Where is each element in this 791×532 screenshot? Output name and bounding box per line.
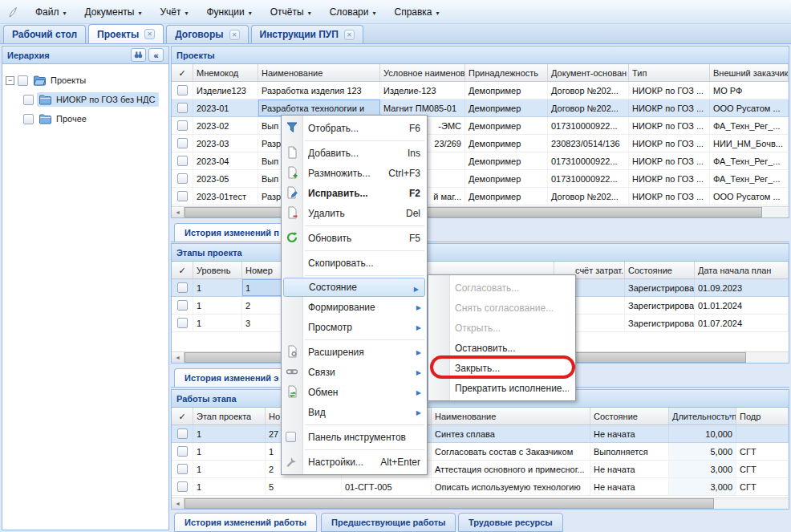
menu-accounting[interactable]: Учёт	[152, 2, 198, 22]
horizontal-scrollbar[interactable]	[172, 497, 789, 509]
menu-item-view[interactable]: Вид	[282, 402, 427, 422]
menu-file[interactable]: Файл	[27, 2, 77, 22]
row-checkbox[interactable]	[172, 279, 193, 296]
menu-item-delete[interactable]: УдалитьDel	[282, 203, 427, 223]
col-level[interactable]: Уровень	[193, 262, 242, 278]
tab-history-work[interactable]: История изменений работы	[174, 513, 317, 532]
select-column-header[interactable]: ✓	[172, 408, 193, 424]
row-checkbox[interactable]	[172, 99, 193, 116]
table-row[interactable]: 2023-02 Вып -ЭМС Демопример 017310000922…	[172, 117, 789, 135]
menu-item-edit[interactable]: Исправить...F2	[282, 183, 427, 203]
tab-label: Проекты	[97, 29, 139, 40]
col-belonging[interactable]: Принадлежность	[465, 64, 548, 81]
table-row[interactable]: 1 5 01-СГТ-005 Описать используемую техн…	[172, 478, 789, 496]
col-customer[interactable]: Внешний заказчик	[710, 64, 789, 81]
col-name[interactable]: Наименование	[258, 64, 380, 81]
tab-desktop[interactable]: Рабочий стол	[3, 25, 86, 43]
col-state[interactable]: Состояние	[625, 262, 695, 278]
submenu-item-terminate[interactable]: Прекратить исполнение...	[428, 378, 575, 398]
col-mnemokod[interactable]: Мнемокод	[193, 64, 258, 81]
menu-dictionaries[interactable]: Словари	[322, 2, 387, 22]
tree-checkbox[interactable]	[23, 114, 34, 124]
tree-node-label: НИОКР по ГОЗ без НДС	[56, 95, 155, 104]
menu-item-extensions[interactable]: Расширения	[282, 342, 427, 362]
tree-node-projects[interactable]: Проекты	[6, 71, 165, 90]
row-checkbox[interactable]	[172, 315, 193, 331]
tree-checkbox[interactable]	[23, 95, 34, 105]
col-cond-name[interactable]: Условное наименова	[380, 64, 465, 81]
tree-checkbox[interactable]	[18, 75, 28, 86]
col-department[interactable]: Подр	[736, 408, 789, 424]
col-type[interactable]: Тип	[629, 64, 710, 81]
tab-projects[interactable]: Проекты	[88, 24, 164, 43]
table-row[interactable]: 2023-05 Вып Демопример 017310000922... Н…	[172, 170, 789, 188]
select-column-header[interactable]: ✓	[172, 64, 193, 81]
close-icon[interactable]	[144, 29, 155, 39]
row-checkbox[interactable]	[172, 425, 193, 442]
menu-item-toolbar[interactable]: Панель инструментов	[282, 427, 427, 447]
collapse-sidebar-icon[interactable]	[148, 48, 164, 62]
menu-item-links[interactable]: Связи	[282, 362, 427, 382]
table-row[interactable]: 2023-03 Разр 23/269 Демопример 230823/05…	[172, 135, 789, 152]
tree-node-other[interactable]: Прочее	[6, 109, 165, 128]
col-project-stage[interactable]: Этап проекта	[193, 408, 266, 424]
scrollbar-thumb[interactable]	[185, 498, 714, 509]
menu-item-exchange[interactable]: Обмен	[282, 382, 427, 402]
col-duration-plan[interactable]: Длительность план	[669, 408, 736, 424]
row-checkbox[interactable]	[172, 117, 193, 134]
application-window: Файл Документы Учёт Функции Отчёты Слова…	[0, 0, 791, 532]
row-checkbox[interactable]	[172, 152, 193, 169]
menu-item-add[interactable]: Добавить...Ins	[282, 143, 427, 163]
tab-contracts[interactable]: Договоры	[166, 25, 248, 43]
cell: 1	[193, 279, 242, 296]
row-checkbox[interactable]	[172, 82, 193, 99]
col-start-date[interactable]: Дата начала план	[695, 262, 789, 278]
col-name[interactable]: Наименование	[432, 408, 590, 424]
table-row[interactable]: 2023-01тест Разр й маг... Демопример Дог…	[172, 188, 789, 205]
table-row[interactable]: Изделие123 Разработка изделия 123 Издели…	[172, 82, 789, 99]
row-checkbox[interactable]	[172, 297, 193, 314]
close-icon[interactable]	[344, 30, 355, 40]
menu-item-view-mode[interactable]: Просмотр	[282, 317, 427, 337]
scrollbar-thumb[interactable]	[185, 207, 762, 217]
col-state[interactable]: Состояние	[590, 408, 669, 424]
row-checkbox[interactable]	[172, 170, 193, 187]
col-document[interactable]: Документ-основан	[548, 64, 629, 81]
menu-item-refresh[interactable]: ОбновитьF5	[282, 228, 427, 248]
tree-expander-icon[interactable]	[6, 76, 14, 85]
table-row[interactable]: 1 2 Аттестация основного и примесног... …	[172, 461, 789, 478]
row-checkbox[interactable]	[172, 478, 193, 495]
tree-node-label: Проекты	[51, 75, 86, 85]
cell: 2023-04	[193, 152, 258, 169]
tab-preceding-works[interactable]: Предшествующие работы	[321, 513, 456, 532]
tab-instructions[interactable]: Инструкции ПУП	[251, 25, 363, 43]
menu-item-settings[interactable]: Настройки...Alt+Enter	[282, 452, 427, 472]
table-row-selected[interactable]: 2023-01 Разработка технологии и Магнит П…	[172, 99, 789, 117]
menu-item-formation[interactable]: Формирование	[282, 297, 427, 317]
menu-item-filter[interactable]: Отобрать...F6	[282, 118, 427, 138]
table-row-selected[interactable]: 1 27 Синтез сплава Не начата 10,000	[172, 425, 789, 443]
menu-functions[interactable]: Функции	[198, 2, 262, 22]
select-column-header[interactable]: ✓	[172, 262, 193, 278]
scroll-left-icon[interactable]	[172, 207, 185, 217]
tab-labor-resources[interactable]: Трудовые ресурсы	[458, 513, 563, 532]
menu-item-copy[interactable]: Скопировать...	[282, 253, 427, 273]
scroll-left-icon[interactable]	[172, 352, 185, 363]
table-row[interactable]: 2023-04 Вып Демопример 017310000922... Н…	[172, 152, 789, 170]
close-icon[interactable]	[229, 30, 240, 40]
table-row[interactable]: 1 1 Согласовать состав с Заказчиком Выпо…	[172, 443, 789, 461]
tree-node-niokr[interactable]: НИОКР по ГОЗ без НДС	[6, 90, 165, 109]
row-checkbox[interactable]	[172, 461, 193, 477]
scroll-left-icon[interactable]	[172, 498, 185, 509]
horizontal-scrollbar[interactable]	[172, 206, 789, 217]
search-binoculars-icon[interactable]	[131, 48, 146, 62]
menu-documents[interactable]: Документы	[77, 2, 152, 22]
row-checkbox[interactable]	[172, 188, 193, 205]
menu-item-state[interactable]: Состояние	[283, 278, 425, 297]
menu-separator	[305, 250, 424, 251]
menu-help[interactable]: Справка	[386, 2, 449, 22]
menu-reports[interactable]: Отчёты	[262, 2, 322, 22]
row-checkbox[interactable]	[172, 135, 193, 152]
row-checkbox[interactable]	[172, 443, 193, 460]
menu-item-duplicate[interactable]: Размножить...Ctrl+F3	[282, 163, 427, 183]
